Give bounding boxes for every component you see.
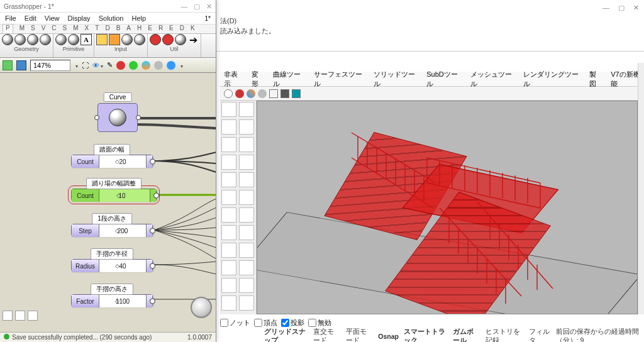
component-icon[interactable]	[55, 34, 67, 45]
md-icon[interactable]	[3, 311, 13, 321]
component-icon[interactable]	[96, 34, 108, 45]
tool-icon[interactable]	[239, 119, 254, 135]
enable-preview-icon[interactable]	[129, 61, 138, 70]
gh-canvas-corner-icons[interactable]	[3, 311, 38, 321]
slider-track[interactable]: 10	[99, 189, 150, 202]
wireframe-icon[interactable]	[269, 89, 278, 98]
tab-render[interactable]: レンダリングツール	[523, 70, 580, 89]
tool-icon[interactable]	[221, 243, 236, 258]
menu-file[interactable]: File	[5, 14, 16, 22]
tab-b[interactable]: B	[116, 25, 121, 33]
zoom-extents-icon[interactable]: ⛶	[82, 62, 89, 69]
status-history[interactable]: ヒストリを記録	[486, 328, 524, 342]
tool-icon[interactable]	[221, 137, 236, 152]
tab-s2[interactable]: S	[63, 25, 67, 33]
osnap-project[interactable]: 投影	[281, 318, 304, 328]
status-osnap[interactable]: Osnap	[378, 333, 399, 340]
arrow-right-icon[interactable]: ➔	[187, 34, 199, 45]
tab-k[interactable]: K	[191, 25, 195, 33]
zoom-level-input[interactable]: 147%	[30, 60, 70, 71]
tab-t[interactable]: T	[95, 25, 99, 33]
component-icon[interactable]	[150, 34, 161, 45]
output-port[interactable]	[146, 224, 152, 237]
menu-view[interactable]: View	[45, 14, 60, 22]
slider-track[interactable]: 1100	[99, 295, 146, 307]
tab-surface[interactable]: サーフェスツール	[314, 70, 365, 89]
tool-icon[interactable]	[221, 119, 236, 135]
status-filter[interactable]: フィルタ	[529, 328, 551, 342]
gh-canvas-toolbar[interactable]: 147% ⛶ 👁 ✎	[0, 58, 216, 73]
output-port[interactable]	[136, 115, 141, 120]
arctic-icon[interactable]	[292, 89, 301, 98]
gh-menubar[interactable]: File Edit View Display Solution Help 1*	[0, 13, 216, 24]
component-icon[interactable]	[162, 34, 174, 45]
status-planar[interactable]: 平面モード	[346, 328, 374, 342]
tab-c[interactable]: C	[52, 25, 56, 33]
tab-m2[interactable]: M	[73, 25, 78, 33]
selected-preview-icon[interactable]	[167, 61, 175, 70]
preview-dd-icon[interactable]	[179, 62, 183, 69]
menu-display[interactable]: Display	[68, 14, 91, 22]
tab-solid[interactable]: ソリッドツール	[374, 70, 418, 89]
input-port[interactable]	[94, 115, 99, 120]
tab-draft[interactable]: 製図	[589, 70, 602, 89]
slider-tread-width[interactable]: 踏面の幅 Count20	[71, 155, 153, 167]
tab-d2[interactable]: D	[180, 25, 184, 33]
tab-e2[interactable]: E	[169, 25, 174, 33]
gh-ribbon[interactable]: Geometry APrimitive Input ➔Util	[0, 34, 216, 58]
tab-v[interactable]: V	[42, 25, 46, 33]
tool-icon[interactable]	[239, 207, 254, 223]
shade-grey-icon[interactable]	[258, 89, 267, 98]
slider-track[interactable]: 40	[99, 260, 146, 272]
close-icon[interactable]: ✕	[633, 4, 639, 12]
tab-transform[interactable]: 変形	[252, 70, 264, 89]
component-icon[interactable]	[14, 34, 26, 45]
tab-p[interactable]: P	[3, 24, 13, 33]
tool-icon[interactable]	[221, 295, 236, 311]
tool-icon[interactable]	[239, 155, 254, 170]
slider-track[interactable]: 20	[99, 155, 146, 168]
tab-x[interactable]: X	[85, 25, 89, 33]
tab-a[interactable]: A	[126, 25, 131, 33]
tool-icon[interactable]	[221, 207, 236, 223]
rendered-icon[interactable]	[280, 89, 289, 98]
menu-help[interactable]: Help	[132, 14, 147, 22]
md-icon[interactable]	[15, 311, 25, 321]
status-gridsnap[interactable]: グリッドスナップ	[264, 328, 308, 342]
slider-landing-width[interactable]: 踊り場の幅調整 Count10	[71, 189, 157, 201]
disable-preview-icon[interactable]	[116, 61, 125, 70]
shade-white-icon[interactable]	[224, 89, 233, 98]
slider-riser-height[interactable]: 1段の高さ Step200	[71, 224, 153, 236]
canvas-compass-icon[interactable]	[191, 297, 212, 318]
component-icon[interactable]	[109, 34, 120, 45]
tool-icon[interactable]	[239, 102, 254, 117]
tool-icon[interactable]	[221, 155, 236, 170]
tool-icon[interactable]	[239, 278, 254, 293]
tool-icon[interactable]	[239, 243, 254, 258]
md-icon[interactable]	[28, 311, 38, 321]
rhino-left-toolbar[interactable]	[220, 101, 257, 314]
tab-subd[interactable]: SubDツール	[426, 70, 462, 89]
component-icon[interactable]	[175, 34, 186, 45]
osnap-knot[interactable]: ノット	[220, 318, 250, 328]
output-port[interactable]	[146, 155, 152, 168]
shade-red-icon[interactable]	[235, 89, 244, 98]
osnap-disable[interactable]: 無効	[308, 318, 331, 328]
minimize-icon[interactable]: —	[181, 3, 188, 10]
component-icon[interactable]	[134, 34, 145, 45]
tool-icon[interactable]	[239, 190, 254, 205]
tab-s[interactable]: S	[31, 25, 35, 33]
new-doc-icon[interactable]	[3, 60, 13, 70]
rhino-viewport[interactable]	[257, 101, 638, 314]
tab-mesh[interactable]: メッシュツール	[470, 70, 515, 89]
wire-preview-icon[interactable]	[154, 61, 163, 70]
component-icon[interactable]	[2, 34, 13, 45]
tool-icon[interactable]	[221, 172, 236, 187]
maximize-icon[interactable]: ▢	[194, 3, 200, 10]
menu-solution[interactable]: Solution	[99, 14, 124, 22]
rhino-display-mode-toolbar[interactable]	[220, 87, 644, 101]
save-icon[interactable]	[16, 60, 26, 70]
tool-icon[interactable]	[239, 295, 254, 311]
shade-multi-icon[interactable]	[247, 89, 255, 98]
tool-icon[interactable]	[239, 225, 254, 240]
